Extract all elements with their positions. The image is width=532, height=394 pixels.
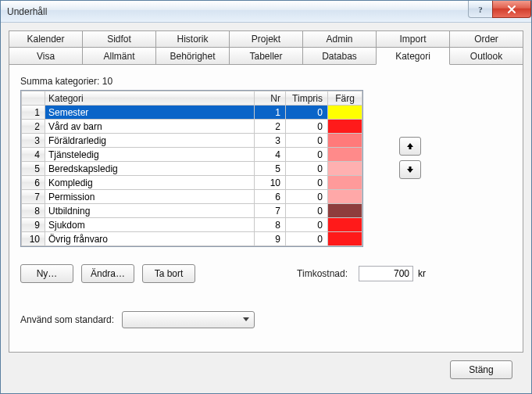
table-row[interactable]: 7Permission60 — [22, 190, 362, 204]
color-swatch — [328, 120, 362, 133]
color-swatch — [328, 232, 362, 245]
cell-nr: 2 — [255, 120, 286, 134]
cell-farg — [328, 120, 362, 134]
row-number: 9 — [22, 218, 45, 232]
svg-text:?: ? — [478, 5, 483, 14]
tab-allmänt[interactable]: Allmänt — [82, 48, 156, 65]
arrow-down-icon — [406, 166, 414, 174]
cell-nr: 4 — [255, 148, 286, 162]
tab-kalender[interactable]: Kalender — [9, 30, 83, 48]
table-row[interactable]: 1Semester10 — [22, 106, 362, 120]
move-up-button[interactable] — [399, 137, 421, 156]
col-header-timpris[interactable]: Timpris — [286, 91, 328, 106]
help-button[interactable]: ? — [468, 1, 493, 18]
tab-kategori[interactable]: Kategori — [376, 48, 450, 65]
cell-timpris: 0 — [286, 232, 328, 246]
cell-timpris: 0 — [286, 134, 328, 148]
color-swatch — [328, 190, 362, 203]
new-button[interactable]: Ny… — [20, 264, 73, 283]
cell-nr: 7 — [255, 204, 286, 218]
cell-timpris: 0 — [286, 176, 328, 190]
dialog-footer: Stäng — [9, 353, 523, 389]
tab-strip: KalenderSidfotHistorikProjektAdminImport… — [9, 30, 523, 65]
table-row[interactable]: 6Kompledig100 — [22, 176, 362, 190]
cell-kategori: Semester — [45, 106, 255, 120]
row-number: 5 — [22, 162, 45, 176]
tab-order[interactable]: Order — [449, 30, 523, 48]
cell-farg — [328, 204, 362, 218]
title-controls: ? — [469, 1, 531, 18]
tab-projekt[interactable]: Projekt — [229, 30, 303, 48]
cell-farg — [328, 232, 362, 246]
table-area: Kategori Nr Timpris Färg 1Semester102Vår… — [20, 90, 512, 247]
delete-button[interactable]: Ta bort — [142, 264, 195, 283]
tab-outlook[interactable]: Outlook — [449, 48, 523, 65]
close-button[interactable] — [492, 1, 531, 18]
tab-behörighet[interactable]: Behörighet — [155, 48, 230, 65]
tab-admin[interactable]: Admin — [302, 30, 377, 48]
cell-farg — [328, 134, 362, 148]
move-down-button[interactable] — [399, 160, 421, 179]
table-row[interactable]: 5Beredskapsledig50 — [22, 162, 362, 176]
row-number: 7 — [22, 190, 45, 204]
row-number: 1 — [22, 106, 45, 120]
cell-kategori: Permission — [45, 190, 255, 204]
col-header-kategori[interactable]: Kategori — [45, 91, 255, 106]
cell-farg — [328, 162, 362, 176]
tab-visa[interactable]: Visa — [9, 48, 83, 65]
cell-farg — [328, 190, 362, 204]
col-header-rownum[interactable] — [22, 91, 45, 106]
timkostnad-input[interactable] — [359, 266, 413, 281]
row-number: 6 — [22, 176, 45, 190]
timkostnad-unit: kr — [418, 268, 426, 279]
row-number: 4 — [22, 148, 45, 162]
tab-sidfot[interactable]: Sidfot — [82, 30, 156, 48]
window: Underhåll ? KalenderSidfotHistorikProjek… — [0, 0, 532, 394]
close-dialog-button[interactable]: Stäng — [450, 360, 512, 379]
chevron-down-icon — [243, 317, 249, 322]
action-row: Ny… Ändra… Ta bort Timkostnad: kr — [20, 264, 512, 283]
table-row[interactable]: 3Föräldrarledig30 — [22, 134, 362, 148]
cell-farg — [328, 176, 362, 190]
cell-kategori: Sjukdom — [45, 218, 255, 232]
cell-timpris: 0 — [286, 190, 328, 204]
tab-import[interactable]: Import — [376, 30, 450, 48]
default-label: Använd som standard: — [20, 314, 114, 325]
row-number: 2 — [22, 120, 45, 134]
table-row[interactable]: 4Tjänsteledig40 — [22, 148, 362, 162]
color-swatch — [328, 148, 362, 161]
cell-kategori: Utbildning — [45, 204, 255, 218]
cell-nr: 6 — [255, 190, 286, 204]
col-header-farg[interactable]: Färg — [328, 91, 362, 106]
color-swatch — [328, 134, 362, 147]
tab-databas[interactable]: Databas — [302, 48, 377, 65]
table-row[interactable]: 8Utbildning70 — [22, 204, 362, 218]
table-row[interactable]: 9Sjukdom80 — [22, 218, 362, 232]
edit-button[interactable]: Ändra… — [81, 264, 134, 283]
cell-kategori: Beredskapsledig — [45, 162, 255, 176]
col-header-nr[interactable]: Nr — [255, 91, 286, 106]
color-swatch — [328, 176, 362, 189]
cell-nr: 5 — [255, 162, 286, 176]
cell-farg — [328, 218, 362, 232]
tab-tabeller[interactable]: Tabeller — [229, 48, 303, 65]
color-swatch — [328, 106, 362, 119]
color-swatch — [328, 162, 362, 175]
row-number: 10 — [22, 232, 45, 246]
default-combo[interactable] — [122, 311, 255, 328]
cell-kategori: Föräldrarledig — [45, 134, 255, 148]
cell-kategori: Övrig frånvaro — [45, 232, 255, 246]
cell-kategori: Tjänsteledig — [45, 148, 255, 162]
cell-timpris: 0 — [286, 106, 328, 120]
color-swatch — [328, 218, 362, 231]
cell-timpris: 0 — [286, 218, 328, 232]
table-row[interactable]: 2Vård av barn20 — [22, 120, 362, 134]
cell-nr: 9 — [255, 232, 286, 246]
tab-historik[interactable]: Historik — [155, 30, 230, 48]
cell-timpris: 0 — [286, 162, 328, 176]
category-grid[interactable]: Kategori Nr Timpris Färg 1Semester102Vår… — [20, 90, 363, 247]
table-row[interactable]: 10Övrig frånvaro90 — [22, 232, 362, 246]
cell-farg — [328, 148, 362, 162]
cell-nr: 3 — [255, 134, 286, 148]
cell-nr: 1 — [255, 106, 286, 120]
